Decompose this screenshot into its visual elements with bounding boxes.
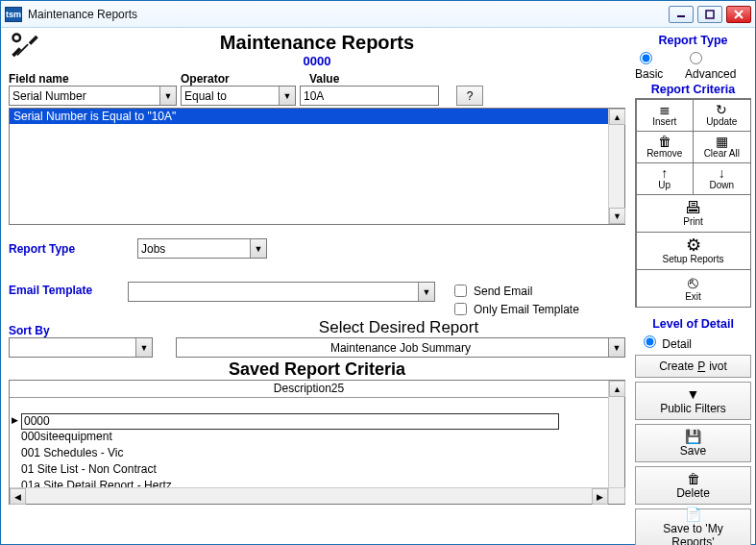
up-button[interactable]: ↑Up <box>636 162 695 195</box>
criteria-row[interactable]: Serial Number is Equal to "10A" <box>10 109 624 124</box>
email-template-select[interactable] <box>128 282 435 302</box>
operator-label: Operator <box>181 72 305 86</box>
arrow-up-icon: ↑ <box>661 166 668 180</box>
minimize-button[interactable] <box>669 6 694 23</box>
detail-radio[interactable]: Detail <box>639 333 692 351</box>
close-button[interactable] <box>726 6 751 23</box>
create-pivot-button[interactable]: Create Pivot <box>635 355 751 378</box>
criteria-list[interactable]: Serial Number is Equal to "10A" ▲ ▼ <box>9 108 625 225</box>
delete-button[interactable]: 🗑Delete <box>635 466 751 505</box>
only-email-template-label: Only Email Template <box>474 303 579 316</box>
exit-button[interactable]: ⎋Exit <box>636 269 751 308</box>
page-code: 0000 <box>9 54 625 68</box>
advanced-radio[interactable]: Advanced <box>685 49 751 81</box>
arrow-down-icon: ↓ <box>719 166 725 180</box>
scroll-up-icon[interactable]: ▲ <box>609 381 625 397</box>
report-type-label: Report Type <box>9 242 134 256</box>
setup-reports-button[interactable]: ⚙Setup Reports <box>636 232 751 270</box>
gear-icon: ⚙ <box>686 236 701 254</box>
table-row[interactable]: 01 Site List - Non Contract <box>10 462 608 479</box>
side-report-criteria-title: Report Criteria <box>635 83 751 96</box>
titlebar[interactable]: tsm Maintenance Reports <box>1 1 755 28</box>
table-row[interactable]: 000siteequipment <box>10 430 608 446</box>
sortby-label: Sort By <box>9 324 153 337</box>
exit-icon: ⎋ <box>688 274 698 291</box>
scroll-left-icon[interactable]: ◀ <box>10 488 26 505</box>
public-filters-button[interactable]: ▼Public Filters <box>635 382 751 420</box>
saved-criteria-title: Saved Report Criteria <box>9 359 625 380</box>
app-icon: tsm <box>5 7 22 22</box>
update-icon: ↻ <box>716 103 727 116</box>
print-button[interactable]: 🖶Print <box>636 194 751 233</box>
delete-icon: 🗑 <box>687 471 700 486</box>
update-button[interactable]: ↻Update <box>693 99 751 132</box>
row-marker-icon: ▶ <box>12 415 18 425</box>
criteria-button-grid: ≣Insert ↻Update 🗑Remove ▦Clear All ↑Up ↓… <box>635 98 751 308</box>
scroll-corner <box>608 487 624 504</box>
fieldname-select[interactable] <box>9 86 177 106</box>
criteria-scrollbar-v[interactable]: ▲ ▼ <box>608 109 624 224</box>
tools-icon <box>11 32 39 63</box>
scroll-down-icon[interactable]: ▼ <box>609 208 625 224</box>
svg-point-4 <box>13 35 21 42</box>
value-input[interactable] <box>300 86 439 106</box>
maximize-button[interactable] <box>697 6 722 23</box>
value-help-button[interactable]: ? <box>456 86 483 106</box>
clearall-icon: ▦ <box>716 135 728 148</box>
operator-select[interactable] <box>181 86 296 106</box>
down-button[interactable]: ↓Down <box>693 162 751 195</box>
level-of-detail-title: Level of Detail <box>635 317 751 331</box>
save-to-my-reports-button[interactable]: 📄Save to 'My Reports' <box>635 508 751 545</box>
filter-icon: ▼ <box>687 386 700 402</box>
side-report-type-title: Report Type <box>635 34 751 47</box>
clearall-button[interactable]: ▦Clear All <box>693 131 751 163</box>
report-type-select[interactable] <box>137 238 267 259</box>
print-icon: 🖶 <box>685 199 702 216</box>
save-icon: 💾 <box>685 429 701 444</box>
only-email-template-checkbox[interactable] <box>454 303 467 315</box>
table-row[interactable]: 01a Site Detail Report - Hertz <box>10 479 608 487</box>
table-row[interactable]: ▶0000 <box>10 413 608 430</box>
scroll-right-icon[interactable]: ▶ <box>592 488 608 505</box>
fieldname-label: Field name <box>9 72 177 86</box>
email-template-label: Email Template <box>9 282 124 297</box>
grid-scrollbar-v[interactable]: ▲ ▼ <box>608 381 624 504</box>
send-email-label: Send Email <box>474 285 532 298</box>
remove-button[interactable]: 🗑Remove <box>636 131 695 163</box>
send-email-checkbox[interactable] <box>454 285 467 297</box>
select-report-select[interactable] <box>176 337 625 358</box>
page-title: Maintenance Reports <box>9 32 625 54</box>
save-button[interactable]: 💾Save <box>635 424 751 462</box>
svg-rect-1 <box>706 11 714 18</box>
saved-criteria-grid[interactable]: Description25 ▶0000 000siteequipment 001… <box>9 380 625 505</box>
app-window: tsm Maintenance Reports Maintenance Repo… <box>0 0 756 545</box>
sortby-select[interactable] <box>9 337 153 358</box>
scroll-up-icon[interactable]: ▲ <box>609 109 625 125</box>
grid-scrollbar-h[interactable]: ◀ ▶ <box>10 487 608 504</box>
select-report-title: Select Desired Report <box>172 318 625 337</box>
table-row[interactable]: 001 Schedules - Vic <box>10 446 608 462</box>
insert-icon: ≣ <box>659 103 671 116</box>
insert-button[interactable]: ≣Insert <box>636 99 695 132</box>
window-title: Maintenance Reports <box>28 8 669 21</box>
grid-header[interactable]: Description25 <box>10 381 608 398</box>
basic-radio[interactable]: Basic <box>635 49 681 81</box>
report-icon: 📄 <box>685 507 701 522</box>
remove-icon: 🗑 <box>658 135 671 148</box>
value-label: Value <box>309 72 453 86</box>
